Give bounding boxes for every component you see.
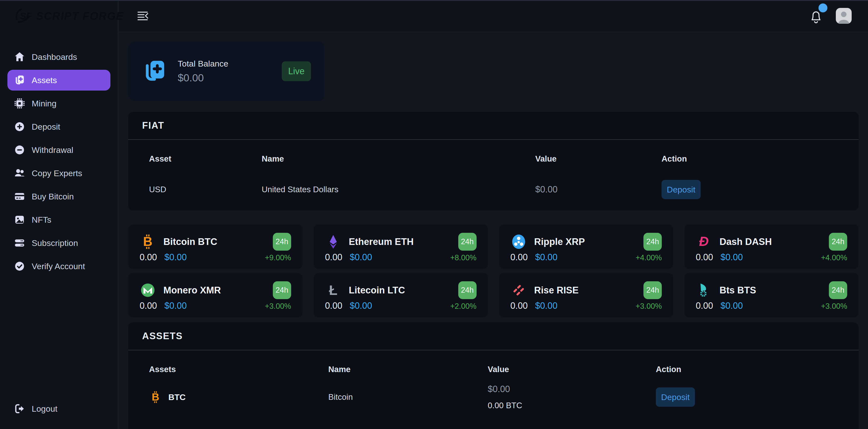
sidebar-item-logout[interactable]: Logout [7, 398, 111, 419]
home-icon [14, 51, 25, 63]
coin-value: $0.00 [350, 252, 372, 263]
server-icon [14, 237, 25, 249]
check-circle-icon [14, 261, 25, 272]
notification-badge [818, 3, 828, 12]
sidebar: SF SCRIPT FORGE Dashboards Assets [0, 0, 118, 429]
svg-text:Ɖ: Ɖ [699, 234, 709, 249]
app-logo: SF SCRIPT FORGE [0, 0, 118, 32]
coin-value: $0.00 [720, 301, 743, 311]
coin-value: $0.00 [350, 301, 372, 311]
market-card-dash[interactable]: Ɖ Dash DASH 24h 0.00 $0.00 +4.00% [684, 224, 859, 269]
image-icon [14, 214, 25, 225]
deposit-button[interactable]: Deposit [661, 180, 701, 199]
column-header-name: Name [328, 365, 488, 374]
coin-amount: 0.00 [510, 301, 528, 311]
coin-change: +9.00% [265, 253, 291, 262]
sidebar-item-dashboards[interactable]: Dashboards [7, 46, 111, 67]
total-balance-card: Total Balance $0.00 Live [128, 41, 324, 101]
sidebar-item-label: Assets [32, 75, 57, 85]
asset-symbol: BTC [168, 392, 186, 402]
menu-fold-icon[interactable] [135, 8, 151, 24]
coin-amount: 0.00 [140, 252, 157, 263]
asset-sub-value: 0.00 BTC [488, 401, 656, 410]
coin-change: +4.00% [821, 253, 847, 262]
coin-amount: 0.00 [325, 252, 342, 263]
chip-icon [14, 98, 25, 109]
coin-value: $0.00 [535, 301, 558, 311]
24h-badge: 24h [644, 281, 662, 299]
column-header-assets: Assets [149, 365, 328, 374]
main-content: Total Balance $0.00 Live FIAT Asset Name… [119, 33, 868, 429]
svg-text:B: B [143, 234, 153, 249]
btc-icon: B [140, 234, 156, 250]
app-title: SCRIPT FORGE [36, 10, 124, 22]
ltc-icon: Ł [325, 282, 341, 298]
24h-badge: 24h [458, 233, 476, 251]
svg-text:SF: SF [20, 11, 32, 21]
market-card-bitcoin[interactable]: B Bitcoin BTC 24h 0.00 $0.00 +9.00% [128, 224, 303, 269]
eth-icon [325, 234, 341, 250]
market-card-litecoin[interactable]: Ł Litecoin LTC 24h 0.00 $0.00 +2.00% [314, 273, 488, 318]
table-row: B BTC Bitcoin $0.00 0.00 BTC Deposit [128, 374, 859, 420]
sidebar-item-label: Buy Bitcoin [32, 192, 74, 201]
sidebar-item-label: Subscription [32, 238, 78, 248]
logout-icon [14, 403, 25, 415]
24h-badge: 24h [829, 281, 847, 299]
asset-name: Bitcoin [328, 392, 488, 402]
sidebar-item-copy-experts[interactable]: Copy Experts [7, 163, 111, 184]
coin-name: Rise RISE [534, 285, 579, 296]
coin-amount: 0.00 [696, 301, 713, 311]
column-header-asset: Asset [149, 154, 262, 164]
sidebar-item-label: Mining [32, 99, 57, 108]
assets-section: ASSETS Assets Name Value Action B [128, 322, 859, 429]
sidebar-item-label: Withdrawal [32, 145, 73, 155]
fiat-name: United States Dollars [262, 185, 535, 194]
column-header-value: Value [535, 154, 661, 164]
24h-badge: 24h [829, 233, 847, 251]
sidebar-item-label: Logout [32, 404, 57, 414]
xmr-icon [140, 282, 156, 298]
fiat-value: $0.00 [535, 184, 661, 195]
credit-card-icon [14, 191, 25, 202]
sidebar-item-verify-account[interactable]: Verify Account [7, 256, 111, 276]
market-card-ripple[interactable]: Ripple XRP 24h 0.00 $0.00 +4.00% [499, 224, 673, 269]
coin-change: +4.00% [636, 253, 662, 262]
24h-badge: 24h [458, 281, 476, 299]
sidebar-item-buy-bitcoin[interactable]: Buy Bitcoin [7, 186, 111, 207]
column-header-action: Action [661, 154, 859, 164]
coin-value: $0.00 [164, 301, 187, 311]
coin-amount: 0.00 [510, 252, 528, 263]
market-card-ethereum[interactable]: Ethereum ETH 24h 0.00 $0.00 +8.00% [314, 224, 488, 269]
sidebar-item-nfts[interactable]: NFTs [7, 209, 111, 230]
plus-circle-icon [14, 121, 25, 132]
sidebar-item-withdrawal[interactable]: Withdrawal [7, 139, 111, 160]
svg-text:Ł: Ł [329, 283, 337, 298]
market-card-bts[interactable]: Bts BTS 24h 0.00 $0.00 +3.00% [684, 273, 859, 318]
fiat-section-title: FIAT [142, 120, 164, 131]
coin-change: +2.00% [450, 302, 476, 311]
svg-text:B: B [152, 391, 159, 403]
sidebar-item-assets[interactable]: Assets [7, 70, 111, 91]
24h-badge: 24h [644, 233, 662, 251]
coin-change: +8.00% [450, 253, 476, 262]
deposit-button[interactable]: Deposit [656, 388, 695, 407]
coin-name: Litecoin LTC [349, 285, 405, 296]
coin-name: Ripple XRP [534, 236, 585, 247]
fiat-asset: USD [149, 185, 262, 194]
notifications-button[interactable] [808, 7, 824, 25]
coin-change: +3.00% [821, 302, 847, 311]
coin-name: Bitcoin BTC [163, 236, 217, 247]
minus-circle-icon [14, 144, 25, 156]
table-row: ETH Ethereum $0.00 Deposit [128, 420, 859, 429]
avatar[interactable] [836, 8, 852, 24]
sidebar-item-mining[interactable]: Mining [7, 93, 111, 114]
sidebar-item-label: NFTs [32, 215, 51, 225]
coin-change: +3.00% [636, 302, 662, 311]
assets-section-title: ASSETS [142, 331, 183, 341]
sidebar-item-deposit[interactable]: Deposit [7, 116, 111, 137]
market-card-monero[interactable]: Monero XMR 24h 0.00 $0.00 +3.00% [128, 273, 303, 318]
market-card-rise[interactable]: Rise RISE 24h 0.00 $0.00 +3.00% [499, 273, 673, 318]
coin-amount: 0.00 [140, 301, 157, 311]
coin-value: $0.00 [720, 252, 743, 263]
sidebar-item-subscription[interactable]: Subscription [7, 233, 111, 253]
